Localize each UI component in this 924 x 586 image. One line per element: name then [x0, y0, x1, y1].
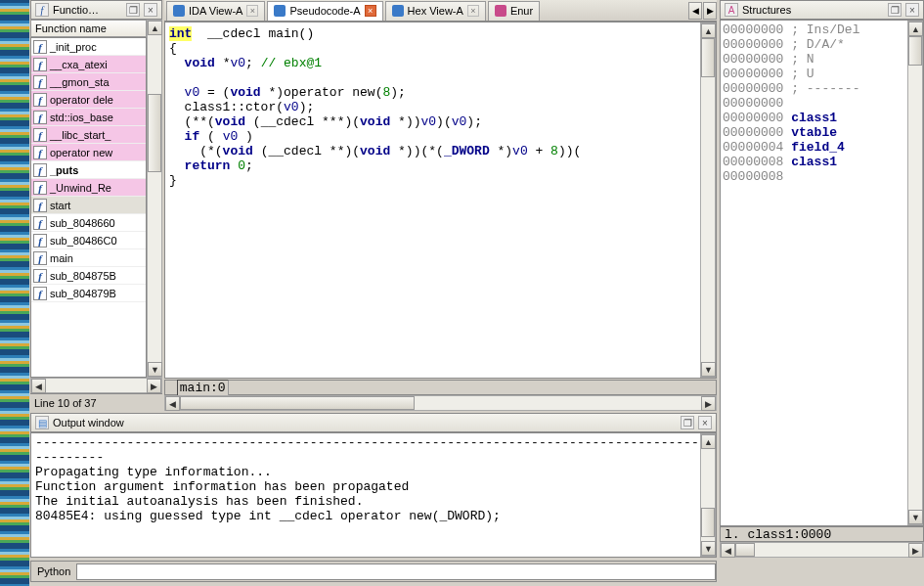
- scroll-up-icon[interactable]: ▲: [701, 23, 716, 38]
- function-item[interactable]: f_Unwind_Re: [31, 179, 146, 197]
- function-item[interactable]: fsub_8048660: [31, 214, 146, 232]
- panel-title-text: Structures: [742, 4, 791, 16]
- scroll-left-icon[interactable]: ◀: [165, 396, 180, 411]
- function-icon: f: [33, 163, 47, 177]
- function-icon: f: [33, 75, 47, 89]
- tab-close-icon[interactable]: ×: [246, 5, 258, 17]
- function-icon: f: [33, 181, 47, 195]
- function-item[interactable]: f_puts: [31, 161, 146, 179]
- function-name: __gmon_sta: [50, 76, 110, 88]
- dock-icon[interactable]: ❐: [888, 3, 902, 17]
- function-name: __libc_start_: [50, 129, 110, 141]
- functions-hscroll[interactable]: ◀ ▶: [30, 378, 162, 393]
- function-icon: f: [33, 216, 47, 230]
- editor-tab[interactable]: IDA View-A×: [166, 1, 265, 21]
- function-name: start: [50, 200, 70, 211]
- function-icon: f: [33, 199, 47, 212]
- structures-panel-title[interactable]: A Structures ❐ ×: [720, 0, 924, 20]
- close-icon[interactable]: ×: [905, 3, 919, 17]
- scroll-down-icon[interactable]: ▼: [908, 510, 923, 524]
- editor-tab[interactable]: Hex View-A×: [385, 1, 486, 21]
- tab-icon: [392, 5, 404, 17]
- function-icon: f: [33, 58, 47, 71]
- scroll-left-icon[interactable]: ◀: [31, 379, 46, 393]
- structures-view[interactable]: 00000000 ; Ins/Del00000000 ; D/A/*000000…: [721, 21, 907, 525]
- tab-icon: [274, 5, 286, 17]
- scroll-right-icon[interactable]: ▶: [908, 543, 923, 558]
- output-text[interactable]: ----------------------------------------…: [31, 433, 700, 557]
- function-name: sub_804879B: [50, 288, 116, 299]
- tab-label: IDA View-A: [189, 5, 242, 17]
- pseudocode-view[interactable]: int __cdecl main(){ void *v0; // ebx@1 v…: [165, 23, 700, 378]
- python-input-bar: Python: [30, 561, 717, 582]
- output-icon: ▤: [35, 416, 49, 429]
- editor-tabbar: IDA View-A×Pseudocode-A×Hex View-A×Enur …: [164, 0, 717, 22]
- tab-close-icon[interactable]: ×: [365, 5, 376, 17]
- function-item[interactable]: foperator new: [31, 144, 146, 161]
- scroll-up-icon[interactable]: ▲: [701, 434, 716, 449]
- structures-vscroll[interactable]: ▲ ▼: [907, 21, 923, 525]
- code-hscroll[interactable]: ◀ ▶: [164, 395, 717, 411]
- functions-panel-title[interactable]: f Functio… ❐ ×: [30, 0, 162, 20]
- scroll-right-icon[interactable]: ▶: [147, 379, 161, 393]
- main-area: IDA View-A×Pseudocode-A×Hex View-A×Enur …: [164, 0, 717, 411]
- function-item[interactable]: fsub_80486C0: [31, 232, 146, 249]
- function-name: __cxa_atexi: [50, 59, 108, 70]
- scroll-down-icon[interactable]: ▼: [701, 541, 716, 556]
- function-icon: f: [33, 128, 47, 142]
- structures-hscroll[interactable]: ◀ ▶: [720, 542, 924, 558]
- function-item[interactable]: fstd::ios_base: [31, 109, 146, 126]
- panel-title-text: Functio…: [53, 4, 99, 16]
- function-item[interactable]: f__cxa_atexi: [31, 56, 146, 73]
- function-item[interactable]: fsub_804879B: [31, 285, 146, 302]
- nav-minimap-stripe[interactable]: [0, 0, 29, 586]
- function-item[interactable]: fstart: [31, 197, 146, 214]
- functions-status: Line 10 of 37: [30, 393, 162, 411]
- structures-panel: A Structures ❐ × 00000000 ; Ins/Del00000…: [720, 0, 924, 558]
- scroll-down-icon[interactable]: ▼: [148, 362, 162, 377]
- python-label: Python: [31, 565, 76, 577]
- tab-label: Enur: [510, 5, 533, 17]
- scroll-left-icon[interactable]: ◀: [721, 543, 735, 558]
- function-item[interactable]: f__gmon_sta: [31, 73, 146, 91]
- functions-list[interactable]: f_init_procf__cxa_atexif__gmon_stafopera…: [30, 37, 147, 378]
- close-icon[interactable]: ×: [698, 416, 712, 429]
- code-vscroll[interactable]: ▲ ▼: [700, 23, 716, 378]
- function-item[interactable]: f_init_proc: [31, 38, 146, 56]
- function-icon: f: [33, 287, 47, 300]
- structures-status: l. class1:0000: [720, 526, 924, 542]
- output-vscroll[interactable]: ▲ ▼: [700, 433, 716, 557]
- function-item[interactable]: f__libc_start_: [31, 126, 146, 144]
- editor-tab[interactable]: Enur: [488, 1, 540, 21]
- function-icon: f: [33, 234, 47, 248]
- scroll-down-icon[interactable]: ▼: [701, 362, 716, 377]
- functions-panel: f Functio… ❐ × Function name f_init_proc…: [30, 0, 162, 411]
- function-icon: f: [33, 111, 47, 124]
- tab-next-icon[interactable]: ▶: [703, 2, 717, 20]
- dock-icon[interactable]: ❐: [681, 416, 694, 429]
- function-item[interactable]: foperator dele: [31, 91, 146, 109]
- output-panel-title[interactable]: ▤ Output window ❐ ×: [30, 413, 717, 432]
- scroll-right-icon[interactable]: ▶: [701, 396, 716, 411]
- function-name: main: [50, 252, 73, 264]
- scroll-up-icon[interactable]: ▲: [148, 21, 162, 35]
- function-item[interactable]: fmain: [31, 249, 146, 267]
- function-name: operator new: [50, 147, 112, 158]
- function-name: std::ios_base: [50, 112, 113, 123]
- function-icon: f: [33, 269, 47, 283]
- scroll-up-icon[interactable]: ▲: [908, 22, 923, 36]
- editor-tab[interactable]: Pseudocode-A×: [267, 1, 382, 21]
- dock-icon[interactable]: ❐: [126, 3, 140, 17]
- tab-close-icon[interactable]: ×: [467, 5, 479, 17]
- function-icon: f: [33, 146, 47, 159]
- functions-vscroll[interactable]: ▲ ▼: [147, 20, 162, 378]
- function-name: _init_proc: [50, 41, 97, 53]
- functions-column-header[interactable]: Function name: [30, 20, 147, 37]
- function-item[interactable]: fsub_804875B: [31, 267, 146, 285]
- close-icon[interactable]: ×: [144, 3, 157, 17]
- python-input[interactable]: [76, 563, 716, 580]
- tab-icon: [173, 5, 185, 17]
- function-name: _Unwind_Re: [50, 182, 111, 194]
- function-icon: f: [35, 3, 49, 17]
- tab-prev-icon[interactable]: ◀: [688, 2, 702, 20]
